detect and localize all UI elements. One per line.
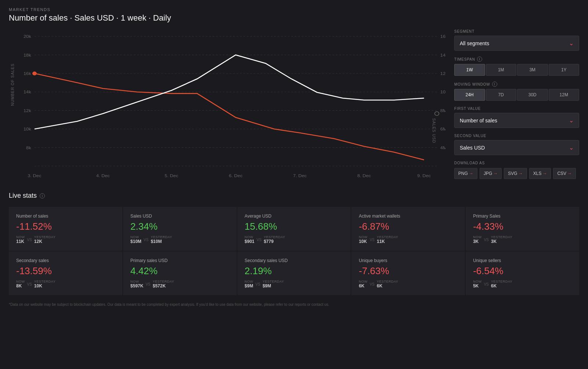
first-value-dropdown[interactable]: Number of sales ⌄ xyxy=(454,113,579,128)
svg-text:12M: 12M xyxy=(440,71,445,76)
stat-now-val: 11K xyxy=(16,239,25,244)
footer-note: *Data on our website may be subject to b… xyxy=(0,298,588,311)
stat-yesterday-label: YESTERDAY xyxy=(491,280,512,283)
stat-name: Number of sales xyxy=(16,214,115,219)
moving-window-btn-group: 24H 7D 30D 12M xyxy=(454,89,579,101)
stat-yesterday-val: 10K xyxy=(34,283,55,289)
stat-now-label: NOW xyxy=(473,235,482,239)
stat-yesterday-val: 11K xyxy=(377,239,398,244)
stat-yesterday-label: YESTERDAY xyxy=(34,235,55,239)
stat-row: NOW 5K VS YESTERDAY 6K xyxy=(473,280,572,289)
download-png-button[interactable]: PNG → xyxy=(454,168,477,179)
svg-text:10k: 10k xyxy=(24,127,32,132)
download-section: DOWNLOAD AS PNG → JPG → SVG → XLS → CSV … xyxy=(454,161,579,179)
timespan-label: TIMESPAN i xyxy=(454,57,579,62)
stat-pct: 2.19% xyxy=(245,265,344,277)
segment-value: All segments xyxy=(460,40,489,46)
svg-text:16k: 16k xyxy=(24,71,32,76)
segment-dropdown[interactable]: All segments ⌄ xyxy=(454,36,579,51)
download-jpg-button[interactable]: JPG → xyxy=(480,168,502,179)
right-panel: Segment All segments ⌄ TIMESPAN i 1W 1M … xyxy=(454,7,579,183)
moving-window-btn-30d[interactable]: 30D xyxy=(517,89,548,101)
stat-yesterday-val: $10M xyxy=(151,239,172,244)
timespan-btn-1w[interactable]: 1W xyxy=(454,64,485,76)
timespan-btn-group: 1W 1M 3M 1Y xyxy=(454,64,579,76)
stat-pct: -4.33% xyxy=(473,221,572,232)
stat-row: NOW $901 VS YESTERDAY $779 xyxy=(245,235,344,244)
timespan-info-icon: i xyxy=(477,57,482,62)
stat-row: NOW $10M VS YESTERDAY $10M xyxy=(130,235,229,244)
stat-yesterday-val: 6K xyxy=(491,283,512,289)
stat-card: Secondary sales USD 2.19% NOW $9M VS YES… xyxy=(237,251,351,295)
download-svg-button[interactable]: SVG → xyxy=(504,168,527,179)
vs-text: VS xyxy=(27,238,32,242)
vs-text: VS xyxy=(255,282,260,286)
vs-text: VS xyxy=(257,238,261,242)
moving-window-control: MOVING WINDOW i 24H 7D 30D 12M xyxy=(454,82,579,101)
stat-now-val: $10M xyxy=(130,239,141,244)
svg-text:NUMBER OF SALES: NUMBER OF SALES xyxy=(10,64,15,106)
stat-now-label: NOW xyxy=(130,235,141,239)
svg-text:4M: 4M xyxy=(440,145,445,150)
stat-yesterday-val: $9M xyxy=(262,283,284,289)
xls-arrow-icon: → xyxy=(542,171,547,176)
svg-text:8M: 8M xyxy=(440,108,445,113)
second-value: Sales USD xyxy=(460,145,485,151)
timespan-btn-1y[interactable]: 1Y xyxy=(549,64,580,76)
stat-card: Unique buyers -7.63% NOW 6K VS YESTERDAY… xyxy=(351,251,465,295)
vs-text: VS xyxy=(484,238,489,242)
png-arrow-icon: → xyxy=(469,171,473,176)
svg-text:10M: 10M xyxy=(440,90,445,94)
timespan-btn-3m[interactable]: 3M xyxy=(517,64,548,76)
stat-now-val: $9M xyxy=(245,283,254,289)
stat-name: Secondary sales xyxy=(16,258,115,263)
stat-pct: -13.59% xyxy=(16,265,115,277)
svg-arrow-icon: → xyxy=(519,171,523,176)
stat-name: Primary sales USD xyxy=(130,258,229,263)
timespan-btn-1m[interactable]: 1M xyxy=(486,64,517,76)
stat-row: NOW 6K VS YESTERDAY 6K xyxy=(359,280,458,289)
svg-text:8. Dec: 8. Dec xyxy=(357,173,371,178)
stat-yesterday-label: YESTERDAY xyxy=(491,235,512,239)
moving-window-btn-12m[interactable]: 12M xyxy=(549,89,580,101)
stat-now-label: NOW xyxy=(245,280,254,283)
stat-card: Primary sales USD 4.42% NOW $597K VS YES… xyxy=(123,251,237,295)
first-value-control: First value Number of sales ⌄ xyxy=(454,107,579,128)
moving-window-btn-24h[interactable]: 24H xyxy=(454,89,485,101)
chart-area: 20k 18k 16k 14k 12k 10k 8k 16M 14M 12M 1… xyxy=(9,29,445,183)
moving-window-info-icon: i xyxy=(492,82,497,87)
stat-yesterday-label: YESTERDAY xyxy=(151,235,172,239)
stat-name: Sales USD xyxy=(130,214,229,219)
live-stats-title: Live stats i xyxy=(9,192,579,200)
stat-now-val: 3K xyxy=(473,239,482,244)
second-value-control: Second value Sales USD ⌄ xyxy=(454,134,579,155)
moving-window-btn-7d[interactable]: 7D xyxy=(486,89,517,101)
stat-row: NOW 10K VS YESTERDAY 11K xyxy=(359,235,458,244)
stat-name: Secondary sales USD xyxy=(245,258,344,263)
stat-yesterday-val: 3K xyxy=(491,239,512,244)
download-buttons: PNG → JPG → SVG → XLS → CSV → xyxy=(454,168,579,179)
stat-card: Sales USD 2.34% NOW $10M VS YESTERDAY $1… xyxy=(123,207,237,251)
svg-point-31 xyxy=(435,112,439,116)
stat-card: Secondary sales -13.59% NOW 8K VS YESTER… xyxy=(9,251,122,295)
svg-text:14M: 14M xyxy=(440,53,445,57)
download-csv-button[interactable]: CSV → xyxy=(553,168,576,179)
stat-yesterday-label: YESTERDAY xyxy=(264,235,285,239)
download-xls-button[interactable]: XLS → xyxy=(529,168,551,179)
stat-now-label: NOW xyxy=(130,280,143,283)
second-value-dropdown[interactable]: Sales USD ⌄ xyxy=(454,140,579,155)
svg-text:5. Dec: 5. Dec xyxy=(165,173,178,178)
svg-text:12k: 12k xyxy=(24,108,32,113)
stat-now-label: NOW xyxy=(473,280,482,283)
stat-pct: 2.34% xyxy=(130,221,229,232)
stats-grid-row1: Number of sales -11.52% NOW 11K VS YESTE… xyxy=(9,207,579,251)
stat-row: NOW 11K VS YESTERDAY 12K xyxy=(16,235,115,244)
stat-card: Average USD 15.68% NOW $901 VS YESTERDAY… xyxy=(237,207,351,251)
svg-text:18k: 18k xyxy=(24,53,32,57)
stat-now-label: NOW xyxy=(359,235,368,239)
stat-yesterday-val: 12K xyxy=(34,239,55,244)
stat-now-val: 10K xyxy=(359,239,368,244)
stat-pct: -6.87% xyxy=(359,221,458,232)
stat-row: NOW 3K VS YESTERDAY 3K xyxy=(473,235,572,244)
stat-card: Number of sales -11.52% NOW 11K VS YESTE… xyxy=(9,207,122,251)
